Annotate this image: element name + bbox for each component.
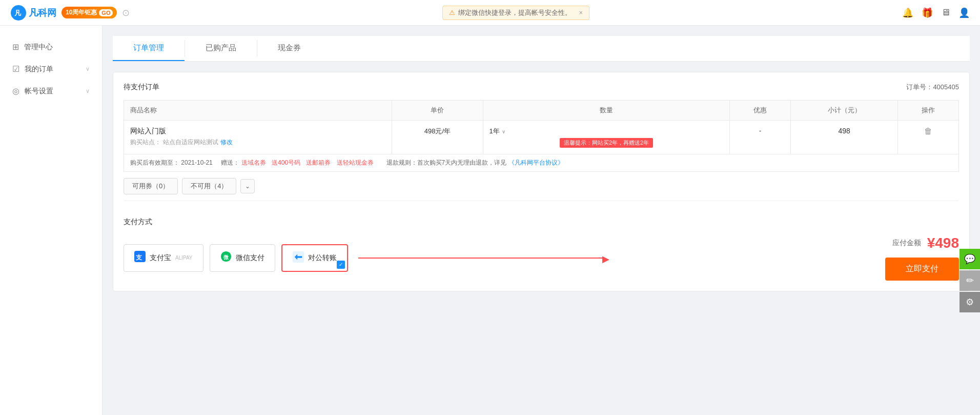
pay-now-button[interactable]: 立即支付: [885, 258, 959, 281]
gift1-link[interactable]: 送域名券: [241, 159, 266, 166]
promo-label: 10周年钜惠: [66, 8, 97, 17]
total-amount: ¥498: [927, 235, 959, 251]
tab-order-mgmt[interactable]: 订单管理: [113, 36, 185, 61]
validity-row: 购买后有效期至： 2021-10-21 赠送： 送域名券 送400号码 送邮箱券…: [124, 154, 959, 172]
chat-icon: 💬: [964, 253, 975, 265]
payment-method-transfer[interactable]: 对公转账 ✓: [281, 244, 348, 272]
qty-selector[interactable]: 1年 ∨: [489, 127, 724, 136]
refund-link[interactable]: 《凡科网平台协议》: [508, 159, 564, 166]
refund-text: 退款规则：首次购买7天内无理由退款，详见 《凡科网平台协议》: [386, 159, 564, 166]
top-nav-right: 🔔 🎁 🖥 👤: [902, 7, 970, 18]
validity-label: 购买后有效期至：: [130, 159, 179, 166]
top-nav: 凡 凡科网 10周年钜惠 GO ⊙ ⚠ 绑定微信快捷登录，提高帐号安全性。 × …: [0, 0, 980, 26]
th-product-name: 商品名称: [124, 101, 392, 121]
payment-arrow-line: ▶: [358, 258, 604, 259]
promo-badge[interactable]: 10周年钜惠 GO: [62, 7, 117, 18]
account-settings-arrow-icon: ∨: [86, 88, 90, 94]
coupon-bar: 可用券（0） 不可用（4） ⌄: [124, 172, 959, 201]
sidebar-item-my-orders[interactable]: ☑ 我的订单 ∨: [0, 58, 102, 80]
top-nav-center: ⚠ 绑定微信快捷登录，提高帐号安全性。 ×: [130, 6, 902, 20]
brand-name: 凡科网: [29, 7, 56, 19]
sidebar-item-account-settings[interactable]: ◎ 帐号设置 ∨: [0, 80, 102, 102]
my-orders-arrow-icon: ∨: [86, 66, 90, 72]
right-tools: 💬 ✏ ⚙: [959, 249, 980, 312]
notice-bar: ⚠ 绑定微信快捷登录，提高帐号安全性。 ×: [442, 6, 589, 20]
payment-method-wechat[interactable]: 微 微信支付: [210, 244, 275, 272]
wechat-label: 微信支付: [236, 253, 264, 263]
td-price: 498元/年: [392, 121, 483, 154]
payment-section: 支付方式 支 支付宝 ALIPAY: [124, 209, 959, 281]
tabs-bar: 订单管理 已购产品 现金券: [113, 36, 970, 62]
total-row: 应付金额 ¥498: [892, 235, 959, 251]
th-unit-price: 单价: [392, 101, 483, 121]
th-action: 操作: [898, 101, 959, 121]
notice-text: 绑定微信快捷登录，提高帐号安全性。: [458, 8, 571, 17]
subtotal-value: 498: [838, 127, 850, 135]
tab-purchased[interactable]: 已购产品: [185, 36, 257, 61]
layout: ⊞ 管理中心 ☑ 我的订单 ∨ ◎ 帐号设置 ∨ 订单管理 已购产品 现金券: [0, 26, 980, 415]
promo-go-btn[interactable]: GO: [99, 9, 113, 16]
gift-icon[interactable]: 🎁: [922, 7, 933, 18]
order-title: 待支付订单: [124, 83, 159, 92]
th-quantity: 数量: [483, 101, 730, 121]
sidebar-account-settings-label: 帐号设置: [25, 87, 53, 96]
product-site: 购买站点： 站点自适应网站测试 修改: [130, 138, 385, 147]
payment-bottom-row: 支 支付宝 ALIPAY 微 微信支付: [124, 235, 959, 281]
unavailable-coupon-btn[interactable]: 不可用（4）: [182, 178, 236, 194]
sidebar-item-admin-center[interactable]: ⊞ 管理中心: [0, 36, 102, 58]
notice-warning-icon: ⚠: [449, 9, 455, 16]
svg-text:微: 微: [222, 254, 229, 260]
top-nav-left: 凡 凡科网 10周年钜惠 GO ⊙: [10, 5, 130, 21]
validity-date: 2021-10-21: [181, 159, 212, 166]
notice-close-btn[interactable]: ×: [579, 9, 583, 16]
td-discount: -: [730, 121, 791, 154]
available-coupon-btn[interactable]: 可用券（0）: [124, 178, 178, 194]
monitor-icon[interactable]: 🖥: [941, 7, 950, 18]
gift2-link[interactable]: 送400号码: [272, 159, 300, 166]
settings-icon: ⚙: [966, 297, 974, 308]
delete-button[interactable]: 🗑: [924, 127, 932, 135]
coupon-expand-btn[interactable]: ⌄: [240, 179, 255, 193]
payment-methods: 支 支付宝 ALIPAY 微 微信支付: [124, 244, 348, 272]
payment-arrow-container: ▶: [358, 258, 604, 259]
edit-site-link[interactable]: 修改: [220, 138, 233, 147]
transfer-check-icon: ✓: [337, 261, 345, 269]
verified-icon: ⊙: [122, 7, 130, 18]
account-icon[interactable]: 👤: [958, 7, 970, 18]
table-row: 网站入门版 购买站点： 站点自适应网站测试 修改 498元/年: [124, 121, 959, 154]
order-total-area: 应付金额 ¥498 立即支付: [885, 235, 959, 281]
sidebar: ⊞ 管理中心 ☑ 我的订单 ∨ ◎ 帐号设置 ∨: [0, 26, 103, 415]
payment-left: 支 支付宝 ALIPAY 微 微信支付: [124, 244, 604, 272]
wechat-icon: 微: [220, 251, 232, 265]
unit-price: 498元/年: [424, 127, 451, 135]
qty-arrow-icon[interactable]: ∨: [502, 129, 505, 134]
transfer-icon: [293, 251, 304, 264]
qty-text: 1年: [489, 127, 500, 136]
gift3-link[interactable]: 送邮箱券: [306, 159, 331, 166]
account-settings-icon: ◎: [12, 86, 19, 96]
settings-tool-btn[interactable]: ⚙: [959, 292, 980, 312]
product-name: 网站入门版: [130, 127, 385, 136]
order-section: 待支付订单 订单号：4005405 商品名称 单价 数量 优惠 小计（元） 操作: [113, 72, 970, 291]
validity-cell: 购买后有效期至： 2021-10-21 赠送： 送域名券 送400号码 送邮箱券…: [124, 154, 959, 172]
admin-center-icon: ⊞: [12, 42, 19, 52]
svg-text:凡: 凡: [14, 9, 22, 17]
gift4-link[interactable]: 送轻站现金券: [337, 159, 374, 166]
warm-tip: 温馨提示：网站买2年，再赠送2年: [560, 138, 653, 148]
td-product: 网站入门版 购买站点： 站点自适应网站测试 修改: [124, 121, 392, 154]
td-subtotal: 498: [791, 121, 898, 154]
payment-arrow-head: ▶: [602, 253, 609, 265]
my-orders-icon: ☑: [12, 64, 19, 74]
transfer-label: 对公转账: [308, 253, 337, 263]
sidebar-my-orders-label: 我的订单: [25, 65, 53, 74]
chat-tool-btn[interactable]: 💬: [959, 249, 980, 269]
edit-tool-btn[interactable]: ✏: [959, 270, 980, 291]
table-header-row: 商品名称 单价 数量 优惠 小计（元） 操作: [124, 101, 959, 121]
tab-voucher[interactable]: 现金券: [257, 36, 321, 61]
logo[interactable]: 凡 凡科网: [10, 5, 56, 21]
svg-text:支: 支: [135, 253, 142, 261]
bell-icon[interactable]: 🔔: [902, 7, 913, 18]
discount-value: -: [759, 127, 761, 134]
payment-method-alipay[interactable]: 支 支付宝 ALIPAY: [124, 244, 203, 272]
payment-title: 支付方式: [124, 218, 959, 227]
